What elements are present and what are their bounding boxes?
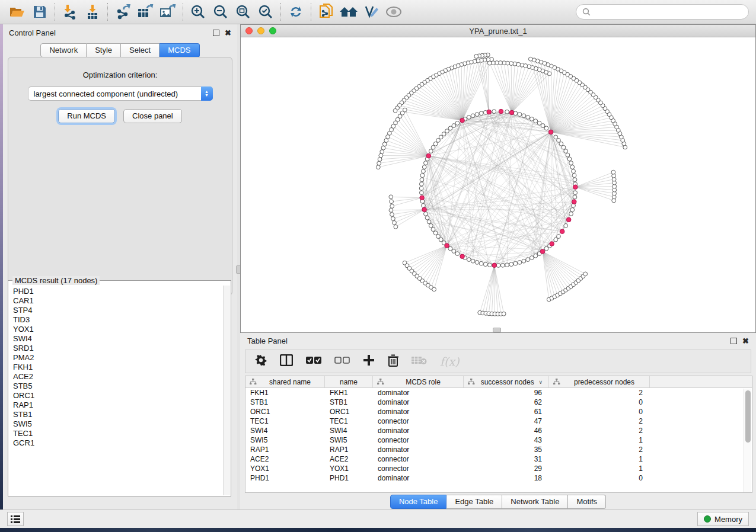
- table-cell: 2: [549, 388, 650, 398]
- mcds-result-item[interactable]: ACE2: [11, 372, 222, 382]
- zoom-fit-icon[interactable]: [232, 2, 254, 21]
- float-panel-icon[interactable]: [213, 30, 219, 36]
- table-row[interactable]: ACE2ACE2connector311: [245, 454, 752, 464]
- mcds-result-item[interactable]: ORC1: [11, 391, 222, 400]
- houses-icon[interactable]: [337, 2, 360, 21]
- column-header[interactable]: predecessor nodes: [549, 376, 650, 387]
- table-cell: dominator: [373, 445, 464, 454]
- network-graph: [241, 37, 755, 332]
- tab-network-table[interactable]: Network Table: [502, 495, 568, 509]
- mcds-result-item[interactable]: PMA2: [11, 353, 222, 363]
- float-table-panel-icon[interactable]: [731, 338, 737, 344]
- mcds-result-item[interactable]: STB1: [11, 410, 222, 419]
- tab-edge-table[interactable]: Edge Table: [446, 495, 502, 509]
- mcds-result-scrollbar[interactable]: [223, 286, 230, 495]
- tab-style[interactable]: Style: [87, 43, 121, 57]
- memory-button[interactable]: Memory: [697, 512, 749, 526]
- horizontal-splitter-handle[interactable]: [493, 328, 501, 332]
- desktop-wallpaper-bottom: [0, 528, 756, 532]
- mcds-result-item[interactable]: GCR1: [11, 438, 222, 448]
- table-row[interactable]: RAP1RAP1dominator352: [245, 445, 752, 454]
- table-row[interactable]: PHD1PHD1dominator180: [245, 473, 752, 483]
- export-network-icon[interactable]: [111, 2, 134, 21]
- table-row[interactable]: FKH1FKH1dominator962: [245, 388, 752, 398]
- mcds-result-item[interactable]: STP4: [11, 306, 222, 315]
- open-file-icon[interactable]: [6, 2, 28, 21]
- mcds-result-item[interactable]: PHD1: [11, 287, 222, 296]
- column-header[interactable]: name: [325, 376, 373, 387]
- table-row[interactable]: SWI4SWI4dominator462: [245, 426, 752, 435]
- column-header[interactable]: shared name: [245, 376, 325, 387]
- refresh-icon[interactable]: [285, 2, 307, 21]
- node-table-header: shared namenameMCDS rolesuccessor nodes∨…: [245, 376, 752, 388]
- table-row[interactable]: YOX1YOX1connector291: [245, 464, 752, 473]
- column-header[interactable]: MCDS role: [373, 376, 464, 387]
- deselect-all-icon[interactable]: [334, 356, 350, 367]
- network-canvas[interactable]: [241, 37, 755, 332]
- mcds-result-item[interactable]: STB5: [11, 382, 222, 391]
- network-window-titlebar[interactable]: YPA_prune.txt_1: [241, 25, 755, 37]
- table-cell: STB1: [325, 398, 373, 407]
- import-network-icon[interactable]: [59, 2, 81, 21]
- mcds-result-item[interactable]: YOX1: [11, 325, 222, 334]
- tab-motifs[interactable]: Motifs: [568, 495, 606, 509]
- delete-icon[interactable]: [388, 354, 398, 369]
- table-cell: RAP1: [325, 445, 373, 454]
- search-field[interactable]: [576, 4, 749, 20]
- export-table-icon[interactable]: [134, 2, 157, 21]
- table-row[interactable]: ORC1ORC1dominator610: [245, 407, 752, 416]
- mcds-result-item[interactable]: CAR1: [11, 296, 222, 306]
- table-cell: 2: [549, 445, 650, 454]
- network-document-icon[interactable]: [315, 2, 337, 21]
- import-table-icon[interactable]: [81, 2, 104, 21]
- select-all-icon[interactable]: [306, 356, 321, 367]
- table-cell: dominator: [373, 398, 464, 407]
- table-cell: ACE2: [245, 454, 325, 464]
- zoom-out-icon[interactable]: [209, 2, 232, 21]
- close-table-panel-icon[interactable]: ✖: [742, 338, 749, 344]
- table-cell: RAP1: [245, 445, 325, 454]
- zoom-selected-icon[interactable]: [254, 2, 277, 21]
- mcds-result-item[interactable]: SWI4: [11, 334, 222, 344]
- tab-node-table[interactable]: Node Table: [390, 495, 447, 509]
- table-cell: ACE2: [325, 454, 373, 464]
- mcds-result-item[interactable]: RAP1: [11, 400, 222, 410]
- table-panel: Table Panel ✖: [240, 333, 756, 509]
- close-panel-button[interactable]: Close panel: [123, 109, 182, 123]
- columns-icon[interactable]: [280, 354, 293, 368]
- task-history-button[interactable]: [7, 512, 24, 526]
- tab-mcds[interactable]: MCDS: [160, 43, 199, 57]
- function-builder-icon: f(x): [440, 355, 460, 368]
- zoom-in-icon[interactable]: [187, 2, 209, 21]
- tab-select[interactable]: Select: [121, 43, 160, 57]
- table-cell: ORC1: [245, 407, 325, 416]
- tab-network[interactable]: Network: [40, 43, 87, 57]
- mcds-result-item[interactable]: SWI5: [11, 419, 222, 429]
- mcds-result-item[interactable]: FKH1: [11, 363, 222, 372]
- column-type-icon: [377, 379, 384, 385]
- save-session-icon[interactable]: [28, 2, 51, 21]
- mcds-result-item[interactable]: TEC1: [11, 429, 222, 438]
- table-cell: connector: [373, 435, 464, 445]
- export-image-icon[interactable]: [157, 2, 179, 21]
- close-panel-icon[interactable]: ✖: [225, 30, 231, 36]
- table-cell: 2: [549, 426, 650, 435]
- criterion-dropdown[interactable]: largest connected component (undirected)…: [28, 86, 213, 101]
- add-column-icon[interactable]: [363, 354, 375, 368]
- network-view-window: YPA_prune.txt_1: [240, 24, 756, 333]
- run-mcds-button[interactable]: Run MCDS: [58, 109, 115, 123]
- mcds-result-item[interactable]: SRD1: [11, 344, 222, 353]
- table-row[interactable]: TEC1TEC1connector472: [245, 416, 752, 426]
- eye-icon[interactable]: [382, 2, 405, 21]
- style-pen-icon[interactable]: [360, 2, 382, 21]
- table-cell: dominator: [373, 388, 464, 398]
- node-table-body: FKH1FKH1dominator962STB1STB1dominator620…: [245, 388, 752, 483]
- table-scrollbar[interactable]: [744, 389, 751, 493]
- table-row[interactable]: STB1STB1dominator620: [245, 398, 752, 407]
- table-scrollbar-thumb[interactable]: [745, 390, 751, 443]
- column-header[interactable]: successor nodes∨: [464, 376, 549, 387]
- table-row[interactable]: SWI5SWI5connector431: [245, 435, 752, 445]
- mcds-result-item[interactable]: TID3: [11, 315, 222, 325]
- search-input[interactable]: [591, 8, 742, 16]
- gear-icon[interactable]: [255, 354, 267, 368]
